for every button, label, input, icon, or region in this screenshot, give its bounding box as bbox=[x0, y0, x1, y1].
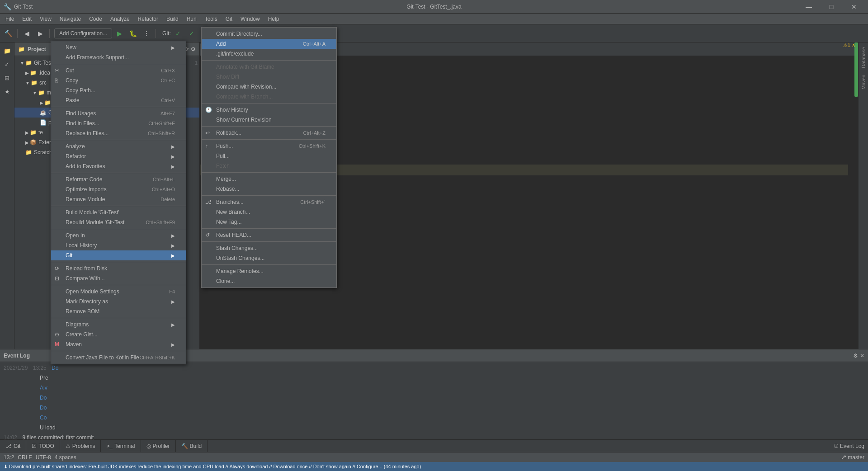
ctx-sep-9 bbox=[51, 318, 186, 318]
gist-icon: ⊙ bbox=[55, 331, 59, 338]
git-push[interactable]: ↑ Push... Ctrl+Shift+K bbox=[202, 141, 336, 151]
git-compare-branch-label: Compare with Branch... bbox=[216, 94, 273, 100]
ctx-paste[interactable]: Paste Ctrl+V bbox=[51, 95, 186, 105]
ctx-convert-kotlin-shortcut: Ctrl+Alt+Shift+K bbox=[139, 355, 175, 360]
ctx-mark-directory[interactable]: Mark Directory as ▶ bbox=[51, 297, 186, 306]
ctx-cut[interactable]: ✂ Cut Ctrl+X bbox=[51, 66, 186, 75]
ctx-replace-in-files-label: Replace in Files... bbox=[66, 130, 108, 137]
ctx-replace-in-files[interactable]: Replace in Files... Ctrl+Shift+R bbox=[51, 128, 186, 138]
rollback-icon: ↩ bbox=[205, 130, 210, 136]
ctx-add-favorites[interactable]: Add to Favorites ▶ bbox=[51, 161, 186, 171]
git-show-current-rev[interactable]: Show Current Revision bbox=[202, 115, 336, 125]
ctx-module-settings-label: Open Module Settings bbox=[66, 288, 119, 295]
git-branches[interactable]: ⎇ Branches... Ctrl+Shift+` bbox=[202, 197, 336, 207]
ctx-compare-with[interactable]: ⊡ Compare With... bbox=[51, 273, 186, 283]
git-pull[interactable]: Pull... bbox=[202, 151, 336, 161]
ctx-paste-shortcut: Ctrl+V bbox=[161, 98, 175, 103]
git-merge[interactable]: Merge... bbox=[202, 174, 336, 184]
ctx-cut-shortcut: Ctrl+X bbox=[161, 68, 175, 73]
ctx-local-history-label: Local History bbox=[66, 242, 97, 249]
git-sep-4 bbox=[202, 139, 336, 140]
git-exclude[interactable]: .git/info/exclude bbox=[202, 49, 336, 59]
ctx-copy-shortcut: Ctrl+C bbox=[161, 78, 175, 83]
ctx-optimize-imports[interactable]: Optimize Imports Ctrl+Alt+O bbox=[51, 184, 186, 194]
git-fetch-label: Fetch bbox=[216, 163, 230, 169]
git-rebase[interactable]: Rebase... bbox=[202, 184, 336, 194]
git-rollback-shortcut: Ctrl+Alt+Z bbox=[303, 130, 326, 136]
git-branches-shortcut: Ctrl+Shift+` bbox=[300, 199, 326, 205]
git-sep-6 bbox=[202, 195, 336, 196]
ctx-diagrams-label: Diagrams bbox=[66, 321, 89, 328]
ctx-add-framework[interactable]: Add Framework Support... bbox=[51, 52, 186, 62]
git-stash[interactable]: Stash Changes... bbox=[202, 243, 336, 253]
ctx-find-usages[interactable]: Find Usages Alt+F7 bbox=[51, 108, 186, 118]
git-push-label: Push... bbox=[216, 143, 233, 149]
ctx-create-gist[interactable]: ⊙ Create Gist... bbox=[51, 330, 186, 339]
ctx-git-label: Git bbox=[66, 252, 72, 259]
git-exclude-label: .git/info/exclude bbox=[216, 51, 254, 57]
ctx-new[interactable]: New ▶ bbox=[51, 42, 186, 52]
ctx-create-gist-label: Create Gist... bbox=[66, 331, 98, 338]
git-compare-revision[interactable]: Compare with Revision... bbox=[202, 82, 336, 92]
git-new-branch[interactable]: New Branch... bbox=[202, 207, 336, 217]
ctx-sep-10 bbox=[51, 351, 186, 351]
ctx-module-settings-shortcut: F4 bbox=[169, 289, 175, 294]
ctx-mark-directory-arrow: ▶ bbox=[171, 299, 175, 304]
git-annotate-label: Annotate with Git Blame bbox=[216, 64, 274, 70]
ctx-find-in-files[interactable]: Find in Files... Ctrl+Shift+F bbox=[51, 118, 186, 128]
git-unstash-label: UnStash Changes... bbox=[216, 255, 264, 261]
ctx-reformat[interactable]: Reformat Code Ctrl+Alt+L bbox=[51, 174, 186, 184]
git-compare-branch: Compare with Branch... bbox=[202, 92, 336, 102]
ctx-sep-5 bbox=[51, 206, 186, 206]
ctx-local-history[interactable]: Local History ▶ bbox=[51, 240, 186, 250]
ctx-build-module-label: Build Module 'Git-Test' bbox=[66, 209, 119, 216]
git-new-tag[interactable]: New Tag... bbox=[202, 217, 336, 227]
ctx-analyze[interactable]: Analyze ▶ bbox=[51, 141, 186, 151]
git-annotate: Annotate with Git Blame bbox=[202, 62, 336, 72]
cut-icon: ✂ bbox=[55, 67, 59, 74]
git-commit-dir[interactable]: Commit Directory... bbox=[202, 29, 336, 39]
ctx-convert-kotlin[interactable]: Convert Java File to Kotlin File Ctrl+Al… bbox=[51, 353, 186, 363]
ctx-convert-kotlin-label: Convert Java File to Kotlin File bbox=[66, 354, 139, 361]
context-menu-overlay: New ▶ Add Framework Support... ✂ Cut Ctr… bbox=[0, 0, 868, 471]
git-add[interactable]: Add Ctrl+Alt+A bbox=[202, 39, 336, 49]
ctx-find-usages-shortcut: Alt+F7 bbox=[160, 111, 175, 116]
ctx-find-in-files-shortcut: Ctrl+Shift+F bbox=[148, 121, 175, 126]
reset-icon: ↺ bbox=[205, 232, 210, 238]
ctx-git[interactable]: Git ▶ bbox=[51, 250, 186, 260]
ctx-maven-arrow: ▶ bbox=[171, 342, 175, 347]
git-show-history[interactable]: 🕐 Show History bbox=[202, 105, 336, 115]
git-new-branch-label: New Branch... bbox=[216, 209, 250, 215]
ctx-reload[interactable]: ⟳ Reload from Disk bbox=[51, 264, 186, 273]
ctx-rebuild-module[interactable]: Rebuild Module 'Git-Test' Ctrl+Shift+F9 bbox=[51, 217, 186, 227]
ctx-copy-path[interactable]: Copy Path... bbox=[51, 85, 186, 95]
git-reset-head[interactable]: ↺ Reset HEAD... bbox=[202, 230, 336, 240]
git-show-current-rev-label: Show Current Revision bbox=[216, 117, 272, 123]
git-clone[interactable]: Clone... bbox=[202, 276, 336, 286]
ctx-compare-label: Compare With... bbox=[66, 275, 105, 282]
ctx-maven[interactable]: M Maven ▶ bbox=[51, 339, 186, 349]
git-sep-7 bbox=[202, 228, 336, 229]
ctx-remove-module-shortcut: Delete bbox=[160, 197, 175, 202]
ctx-sep-3 bbox=[51, 140, 186, 140]
ctx-git-arrow: ▶ bbox=[171, 253, 175, 258]
git-rollback[interactable]: ↩ Rollback... Ctrl+Alt+Z bbox=[202, 128, 336, 138]
ctx-reload-label: Reload from Disk bbox=[66, 265, 107, 272]
ctx-open-in[interactable]: Open In ▶ bbox=[51, 231, 186, 240]
git-new-tag-label: New Tag... bbox=[216, 219, 241, 225]
git-rebase-label: Rebase... bbox=[216, 186, 239, 192]
ctx-remove-module[interactable]: Remove Module Delete bbox=[51, 194, 186, 204]
git-sep-1 bbox=[202, 60, 336, 61]
ctx-diagrams[interactable]: Diagrams ▶ bbox=[51, 320, 186, 330]
ctx-module-settings[interactable]: Open Module Settings F4 bbox=[51, 287, 186, 297]
git-push-shortcut: Ctrl+Shift+K bbox=[299, 143, 326, 149]
ctx-copy[interactable]: ⎘ Copy Ctrl+C bbox=[51, 75, 186, 85]
ctx-remove-bom[interactable]: Remove BOM bbox=[51, 306, 186, 316]
ctx-cut-label: Cut bbox=[66, 67, 74, 74]
git-unstash[interactable]: UnStash Changes... bbox=[202, 253, 336, 263]
ctx-build-module[interactable]: Build Module 'Git-Test' bbox=[51, 207, 186, 217]
git-manage-remotes[interactable]: Manage Remotes... bbox=[202, 266, 336, 276]
git-rollback-label: Rollback... bbox=[216, 130, 241, 136]
ctx-refactor[interactable]: Refactor ▶ bbox=[51, 151, 186, 161]
ctx-find-in-files-label: Find in Files... bbox=[66, 120, 99, 127]
